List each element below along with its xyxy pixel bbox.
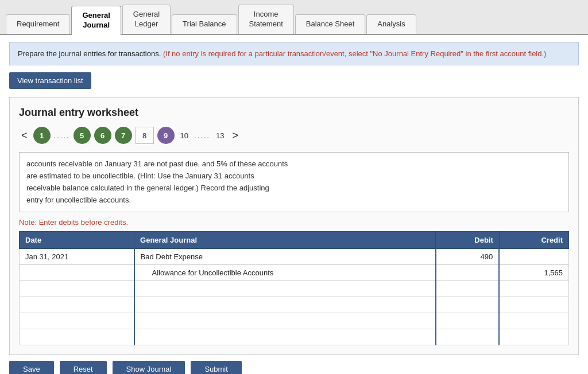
- row3-journal[interactable]: [134, 281, 436, 297]
- row4-journal[interactable]: [134, 297, 436, 313]
- row2-debit[interactable]: [436, 265, 500, 281]
- row3-date[interactable]: [20, 281, 134, 297]
- row4-date[interactable]: [20, 297, 134, 313]
- table-row: Jan 31, 2021 Bad Debt Expense 490: [20, 249, 569, 265]
- prev-page-button[interactable]: <: [19, 128, 30, 143]
- row2-journal[interactable]: Allowance for Uncollectible Accounts: [134, 265, 436, 281]
- worksheet-card: Journal entry worksheet < 1 ..... 5 6 7 …: [9, 97, 579, 355]
- row5-debit[interactable]: [436, 313, 500, 329]
- pagination: < 1 ..... 5 6 7 8 9 10 ..... 13 >: [19, 127, 569, 144]
- col-header-date: Date: [20, 232, 134, 249]
- main-content: Prepare the journal entries for transact…: [0, 35, 588, 374]
- next-page-button[interactable]: >: [230, 128, 241, 143]
- row3-credit[interactable]: [499, 281, 568, 297]
- col-header-debit: Debit: [436, 232, 500, 249]
- col-header-general-journal: General Journal: [134, 232, 436, 249]
- journal-table: Date General Journal Debit Credit Jan 31…: [19, 231, 569, 345]
- row1-debit[interactable]: 490: [436, 249, 500, 265]
- worksheet-title: Journal entry worksheet: [19, 107, 569, 119]
- row6-date[interactable]: [20, 329, 134, 345]
- bottom-bar: Save Reset Show Journal Submit: [9, 361, 579, 374]
- row2-credit[interactable]: 1,565: [499, 265, 568, 281]
- row5-date[interactable]: [20, 313, 134, 329]
- note-text: Note: Enter debits before credits.: [19, 218, 569, 227]
- page-1-button[interactable]: 1: [33, 127, 51, 144]
- submit-button[interactable]: Submit: [191, 361, 241, 374]
- tab-income-statement[interactable]: IncomeStatement: [238, 5, 294, 34]
- row6-debit[interactable]: [436, 329, 500, 345]
- tab-requirement[interactable]: Requirement: [6, 14, 70, 34]
- row1-date: Jan 31, 2021: [20, 249, 134, 265]
- row4-debit[interactable]: [436, 297, 500, 313]
- tab-analysis[interactable]: Analysis: [366, 14, 416, 34]
- page-9-button[interactable]: 9: [157, 127, 175, 144]
- show-journal-button[interactable]: Show Journal: [113, 361, 185, 374]
- tab-general-journal[interactable]: GeneralJournal: [71, 6, 121, 35]
- tab-trial-balance[interactable]: Trial Balance: [172, 14, 237, 34]
- ellipsis-2: .....: [194, 131, 210, 140]
- info-box: Prepare the journal entries for transact…: [9, 42, 579, 66]
- reset-button[interactable]: Reset: [60, 361, 107, 374]
- row5-credit[interactable]: [499, 313, 568, 329]
- row3-debit[interactable]: [436, 281, 500, 297]
- page-10-label[interactable]: 10: [178, 131, 191, 140]
- table-row: [20, 329, 569, 345]
- row6-journal[interactable]: [134, 329, 436, 345]
- table-row: [20, 281, 569, 297]
- ellipsis-1: .....: [54, 131, 70, 140]
- table-row: [20, 313, 569, 329]
- table-row: [20, 297, 569, 313]
- row4-credit[interactable]: [499, 297, 568, 313]
- page-8-button[interactable]: 8: [136, 127, 154, 144]
- info-main-text: Prepare the journal entries for transact…: [18, 49, 161, 58]
- page-13-label[interactable]: 13: [214, 131, 226, 140]
- tab-bar: Requirement GeneralJournal GeneralLedger…: [0, 0, 588, 35]
- save-button[interactable]: Save: [9, 361, 54, 374]
- row1-credit[interactable]: [499, 249, 568, 265]
- page-6-button[interactable]: 6: [94, 127, 111, 144]
- tab-balance-sheet[interactable]: Balance Sheet: [295, 14, 366, 34]
- row5-journal[interactable]: [134, 313, 436, 329]
- col-header-credit: Credit: [499, 232, 568, 249]
- row6-credit[interactable]: [499, 329, 568, 345]
- row2-date: [20, 265, 134, 281]
- page-5-button[interactable]: 5: [74, 127, 91, 144]
- table-row: Allowance for Uncollectible Accounts 1,5…: [20, 265, 569, 281]
- row1-journal[interactable]: Bad Debt Expense: [134, 249, 436, 265]
- view-transaction-button[interactable]: View transaction list: [9, 72, 91, 89]
- description-text: accounts receivable on January 31 are no…: [26, 159, 288, 204]
- info-highlight-text: (If no entry is required for a particula…: [163, 49, 547, 58]
- page-7-button[interactable]: 7: [115, 127, 132, 144]
- description-box: accounts receivable on January 31 are no…: [19, 152, 569, 212]
- tab-general-ledger[interactable]: GeneralLedger: [122, 5, 171, 34]
